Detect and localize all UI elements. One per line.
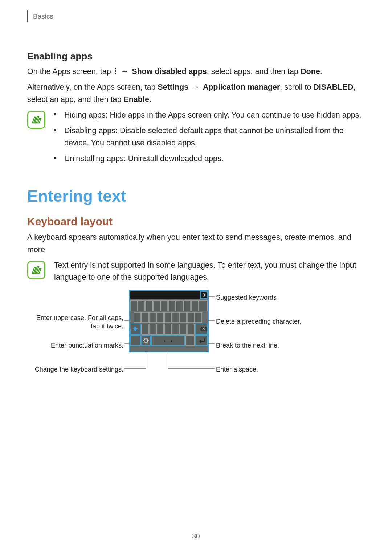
keyboard-layout-heading: Keyboard layout (27, 216, 365, 228)
arrow-icon: → (121, 67, 129, 76)
svg-rect-11 (168, 301, 175, 311)
svg-rect-18 (149, 312, 156, 323)
svg-point-1 (114, 70, 116, 72)
callout-punctuation: Enter punctuation marks. (27, 341, 123, 350)
enabling-apps-line-1: On the Apps screen, tap → Show disabled … (27, 66, 365, 78)
text-bold: Enable (123, 95, 149, 104)
text-bold: Done (301, 67, 320, 76)
callout-linebreak: Break to the next line. (216, 341, 279, 350)
svg-rect-24 (195, 312, 202, 323)
text-bold: Settings (158, 83, 188, 91)
note-block: Hiding apps: Hide apps in the Apps scree… (27, 109, 365, 168)
svg-rect-5 (130, 291, 207, 299)
svg-rect-38 (195, 336, 207, 346)
svg-point-2 (114, 73, 116, 74)
svg-rect-21 (172, 312, 179, 323)
callout-space: Enter a space. (216, 365, 258, 374)
svg-rect-16 (134, 312, 141, 323)
running-header: Basics (27, 10, 365, 22)
text: On the Apps screen, tap (27, 67, 113, 76)
note-icon (27, 111, 45, 129)
svg-rect-20 (164, 312, 171, 323)
page-number: 30 (0, 532, 392, 540)
text-bold: Show disabled apps (132, 67, 207, 76)
note-bullets: Hiding apps: Hide apps in the Apps scree… (54, 109, 365, 168)
text: , select apps, and then tap (207, 67, 301, 76)
enabling-apps-heading: Enabling apps (27, 51, 365, 62)
text: . (149, 95, 151, 104)
svg-rect-34 (130, 336, 140, 346)
arrow-icon: → (192, 83, 200, 91)
text: . (320, 67, 322, 76)
svg-rect-12 (176, 301, 183, 311)
list-item: Uninstalling apps: Uninstall downloaded … (54, 153, 365, 165)
svg-rect-36 (151, 336, 185, 346)
svg-rect-31 (180, 324, 187, 334)
more-options-icon (114, 66, 117, 78)
svg-rect-30 (172, 324, 179, 334)
svg-rect-15 (199, 301, 207, 311)
svg-rect-13 (184, 301, 191, 311)
svg-rect-32 (187, 324, 194, 334)
svg-rect-23 (187, 312, 194, 323)
svg-rect-35 (142, 336, 150, 346)
svg-rect-27 (149, 324, 156, 334)
callout-settings: Change the keyboard settings. (27, 365, 123, 374)
entering-text-heading: Entering text (27, 187, 365, 205)
list-item: Hiding apps: Hide apps in the Apps scree… (54, 109, 365, 121)
list-item: Disabling apps: Disable selected default… (54, 125, 365, 149)
svg-line-47 (147, 339, 148, 340)
svg-rect-19 (157, 312, 164, 323)
text: , scroll to (280, 83, 313, 91)
svg-rect-10 (161, 301, 168, 311)
callout-uppercase: Enter uppercase. For all caps, tap it tw… (27, 314, 123, 330)
text-bold: Application manager (203, 83, 280, 91)
svg-rect-29 (164, 324, 171, 334)
svg-rect-22 (180, 312, 187, 323)
header-rule (27, 10, 28, 22)
svg-rect-7 (138, 301, 145, 311)
svg-rect-26 (142, 324, 148, 334)
keyboard-diagram: Suggested keywords Delete a preceding ch… (27, 290, 365, 377)
enabling-apps-line-2: Alternatively, on the Apps screen, tap S… (27, 81, 365, 106)
svg-rect-9 (153, 301, 160, 311)
note-block: Text entry is not supported in some lang… (27, 259, 365, 284)
svg-point-0 (114, 68, 116, 69)
breadcrumb: Basics (33, 12, 53, 20)
note-text: Text entry is not supported in some lang… (54, 259, 365, 284)
svg-line-44 (144, 339, 145, 340)
callout-delete: Delete a preceding character. (216, 317, 301, 326)
svg-rect-28 (157, 324, 164, 334)
svg-rect-17 (142, 312, 148, 323)
svg-rect-37 (186, 336, 194, 346)
svg-line-46 (144, 342, 145, 343)
keyboard-layout-intro: A keyboard appears automatically when yo… (27, 231, 365, 256)
keyboard-image (129, 290, 209, 354)
note-icon (27, 261, 45, 279)
svg-rect-8 (146, 301, 152, 311)
svg-line-45 (147, 342, 148, 343)
svg-rect-14 (191, 301, 198, 311)
svg-rect-6 (130, 301, 137, 311)
text-bold: DISABLED (313, 83, 353, 91)
text: Alternatively, on the Apps screen, tap (27, 83, 158, 91)
callout-suggested: Suggested keywords (216, 294, 277, 302)
